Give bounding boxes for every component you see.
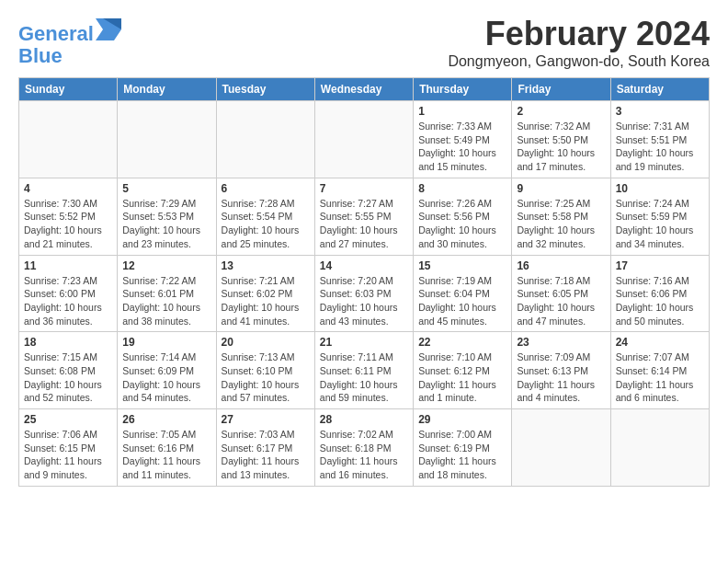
calendar-week-5: 25Sunrise: 7:06 AM Sunset: 6:15 PM Dayli…	[19, 409, 710, 487]
calendar-cell: 5Sunrise: 7:29 AM Sunset: 5:53 PM Daylig…	[118, 178, 216, 255]
day-info: Sunrise: 7:30 AM Sunset: 5:52 PM Dayligh…	[24, 197, 112, 251]
day-info: Sunrise: 7:09 AM Sunset: 6:13 PM Dayligh…	[517, 350, 605, 405]
calendar-cell: 12Sunrise: 7:22 AM Sunset: 6:01 PM Dayli…	[118, 255, 216, 332]
calendar-cell: 6Sunrise: 7:28 AM Sunset: 5:54 PM Daylig…	[216, 178, 314, 255]
day-info: Sunrise: 7:06 AM Sunset: 6:15 PM Dayligh…	[24, 428, 112, 482]
day-number: 4	[24, 182, 112, 195]
calendar-cell: 8Sunrise: 7:26 AM Sunset: 5:56 PM Daylig…	[414, 178, 512, 255]
page-header: General Blue February 2024 Dongmyeon, Ga…	[18, 15, 710, 70]
day-info: Sunrise: 7:07 AM Sunset: 6:14 PM Dayligh…	[616, 350, 704, 405]
day-info: Sunrise: 7:21 AM Sunset: 6:02 PM Dayligh…	[222, 274, 310, 328]
day-number: 13	[222, 259, 310, 272]
day-info: Sunrise: 7:20 AM Sunset: 6:03 PM Dayligh…	[320, 274, 408, 328]
day-info: Sunrise: 7:28 AM Sunset: 5:54 PM Dayligh…	[222, 197, 310, 251]
day-number: 28	[320, 413, 408, 426]
header-wednesday: Wednesday	[314, 78, 413, 101]
main-title: February 2024	[448, 15, 710, 53]
calendar-cell: 3Sunrise: 7:31 AM Sunset: 5:51 PM Daylig…	[610, 101, 709, 178]
day-number: 20	[222, 336, 310, 349]
calendar-cell: 28Sunrise: 7:02 AM Sunset: 6:18 PM Dayli…	[314, 409, 413, 487]
calendar-cell: 1Sunrise: 7:33 AM Sunset: 5:49 PM Daylig…	[414, 101, 512, 178]
calendar-cell: 20Sunrise: 7:13 AM Sunset: 6:10 PM Dayli…	[216, 332, 314, 409]
calendar-week-4: 18Sunrise: 7:15 AM Sunset: 6:08 PM Dayli…	[19, 332, 710, 409]
calendar-cell: 14Sunrise: 7:20 AM Sunset: 6:03 PM Dayli…	[314, 255, 413, 332]
day-number: 21	[320, 336, 408, 349]
header-saturday: Saturday	[610, 78, 709, 101]
calendar-cell	[19, 101, 118, 178]
day-info: Sunrise: 7:31 AM Sunset: 5:51 PM Dayligh…	[616, 120, 704, 174]
calendar-cell: 11Sunrise: 7:23 AM Sunset: 6:00 PM Dayli…	[19, 255, 118, 332]
calendar-cell: 19Sunrise: 7:14 AM Sunset: 6:09 PM Dayli…	[118, 332, 216, 409]
calendar-week-2: 4Sunrise: 7:30 AM Sunset: 5:52 PM Daylig…	[19, 178, 710, 255]
calendar-cell: 23Sunrise: 7:09 AM Sunset: 6:13 PM Dayli…	[512, 332, 610, 409]
calendar-cell: 16Sunrise: 7:18 AM Sunset: 6:05 PM Dayli…	[512, 255, 610, 332]
day-number: 9	[517, 182, 605, 195]
day-number: 16	[517, 259, 605, 272]
day-number: 3	[616, 105, 704, 118]
calendar-cell: 2Sunrise: 7:32 AM Sunset: 5:50 PM Daylig…	[512, 101, 610, 178]
title-section: February 2024 Dongmyeon, Gangwon-do, Sou…	[448, 15, 710, 70]
day-info: Sunrise: 7:16 AM Sunset: 6:06 PM Dayligh…	[616, 274, 704, 328]
day-number: 19	[122, 336, 210, 349]
day-number: 18	[24, 336, 112, 349]
day-number: 27	[222, 413, 310, 426]
day-info: Sunrise: 7:00 AM Sunset: 6:19 PM Dayligh…	[418, 428, 506, 482]
calendar-cell: 4Sunrise: 7:30 AM Sunset: 5:52 PM Daylig…	[19, 178, 118, 255]
logo-blue-text: Blue	[18, 45, 121, 67]
logo: General Blue	[18, 18, 121, 67]
calendar-cell: 22Sunrise: 7:10 AM Sunset: 6:12 PM Dayli…	[414, 332, 512, 409]
day-number: 25	[24, 413, 112, 426]
calendar-cell: 17Sunrise: 7:16 AM Sunset: 6:06 PM Dayli…	[610, 255, 709, 332]
calendar-header-row: Sunday Monday Tuesday Wednesday Thursday…	[19, 78, 710, 101]
calendar-cell: 9Sunrise: 7:25 AM Sunset: 5:58 PM Daylig…	[512, 178, 610, 255]
day-number: 29	[418, 413, 506, 426]
header-monday: Monday	[118, 78, 216, 101]
header-sunday: Sunday	[19, 78, 118, 101]
day-number: 24	[616, 336, 704, 349]
calendar-cell: 21Sunrise: 7:11 AM Sunset: 6:11 PM Dayli…	[314, 332, 413, 409]
day-info: Sunrise: 7:15 AM Sunset: 6:08 PM Dayligh…	[24, 350, 112, 405]
calendar-cell: 18Sunrise: 7:15 AM Sunset: 6:08 PM Dayli…	[19, 332, 118, 409]
day-number: 22	[418, 336, 506, 349]
day-number: 17	[616, 259, 704, 272]
day-info: Sunrise: 7:29 AM Sunset: 5:53 PM Dayligh…	[122, 197, 210, 251]
day-info: Sunrise: 7:22 AM Sunset: 6:01 PM Dayligh…	[122, 274, 210, 328]
calendar-cell: 25Sunrise: 7:06 AM Sunset: 6:15 PM Dayli…	[19, 409, 118, 487]
subtitle: Dongmyeon, Gangwon-do, South Korea	[448, 53, 710, 70]
calendar-cell: 29Sunrise: 7:00 AM Sunset: 6:19 PM Dayli…	[414, 409, 512, 487]
day-number: 26	[122, 413, 210, 426]
day-info: Sunrise: 7:18 AM Sunset: 6:05 PM Dayligh…	[517, 274, 605, 328]
day-info: Sunrise: 7:19 AM Sunset: 6:04 PM Dayligh…	[418, 274, 506, 328]
day-number: 2	[517, 105, 605, 118]
day-number: 8	[418, 182, 506, 195]
header-tuesday: Tuesday	[216, 78, 314, 101]
day-number: 10	[616, 182, 704, 195]
logo-text: General	[18, 18, 121, 45]
day-info: Sunrise: 7:32 AM Sunset: 5:50 PM Dayligh…	[517, 120, 605, 174]
day-number: 23	[517, 336, 605, 349]
day-info: Sunrise: 7:02 AM Sunset: 6:18 PM Dayligh…	[320, 428, 408, 482]
header-thursday: Thursday	[414, 78, 512, 101]
day-info: Sunrise: 7:24 AM Sunset: 5:59 PM Dayligh…	[616, 197, 704, 251]
day-number: 1	[418, 105, 506, 118]
calendar-cell	[512, 409, 610, 487]
calendar-cell: 26Sunrise: 7:05 AM Sunset: 6:16 PM Dayli…	[118, 409, 216, 487]
calendar-table: Sunday Monday Tuesday Wednesday Thursday…	[18, 77, 710, 487]
calendar-week-3: 11Sunrise: 7:23 AM Sunset: 6:00 PM Dayli…	[19, 255, 710, 332]
day-info: Sunrise: 7:25 AM Sunset: 5:58 PM Dayligh…	[517, 197, 605, 251]
day-info: Sunrise: 7:10 AM Sunset: 6:12 PM Dayligh…	[418, 350, 506, 405]
calendar-cell: 13Sunrise: 7:21 AM Sunset: 6:02 PM Dayli…	[216, 255, 314, 332]
day-info: Sunrise: 7:03 AM Sunset: 6:17 PM Dayligh…	[222, 428, 310, 482]
day-info: Sunrise: 7:11 AM Sunset: 6:11 PM Dayligh…	[320, 350, 408, 405]
day-info: Sunrise: 7:26 AM Sunset: 5:56 PM Dayligh…	[418, 197, 506, 251]
day-number: 12	[122, 259, 210, 272]
logo-arrow-icon	[96, 18, 121, 40]
day-info: Sunrise: 7:33 AM Sunset: 5:49 PM Dayligh…	[418, 120, 506, 174]
day-number: 11	[24, 259, 112, 272]
calendar-cell: 7Sunrise: 7:27 AM Sunset: 5:55 PM Daylig…	[314, 178, 413, 255]
calendar-cell: 24Sunrise: 7:07 AM Sunset: 6:14 PM Dayli…	[610, 332, 709, 409]
day-number: 6	[222, 182, 310, 195]
calendar-cell: 10Sunrise: 7:24 AM Sunset: 5:59 PM Dayli…	[610, 178, 709, 255]
calendar-cell	[216, 101, 314, 178]
calendar-cell: 15Sunrise: 7:19 AM Sunset: 6:04 PM Dayli…	[414, 255, 512, 332]
